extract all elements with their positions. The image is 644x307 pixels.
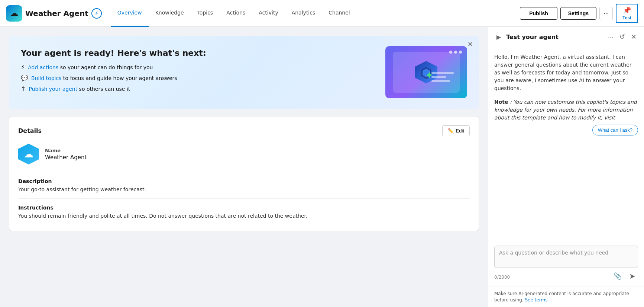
build-topics-link[interactable]: Build topics: [31, 75, 61, 81]
edit-button[interactable]: ✏️ Edit: [442, 125, 470, 136]
app-header: ☁️ Weather Agent ⚡ Overview Knowledge To…: [0, 0, 644, 27]
quick-reply-area: What can I ask?: [494, 125, 638, 135]
ai-disclaimer: Make sure AI-generated content is accura…: [488, 287, 644, 307]
description-value: Your go-to assistant for getting weather…: [18, 186, 470, 192]
agent-title-area: Weather Agent ⚡: [25, 8, 102, 19]
banner-item-actions: ⚡ Add actions so your agent can do thing…: [21, 64, 378, 71]
details-header: Details ✏️ Edit: [18, 125, 470, 136]
send-button[interactable]: ➤: [626, 270, 638, 282]
pin-icon: 📌: [623, 6, 631, 15]
banner-item-topics: 💬 Build topics to focus and guide how yo…: [21, 74, 378, 81]
tab-actions[interactable]: Actions: [220, 0, 252, 27]
agent-name-row: ☁️ Name Weather Agent: [18, 144, 470, 164]
details-card: Details ✏️ Edit ☁️ Name Weather Agent De…: [9, 116, 479, 231]
upload-icon: ↑: [21, 85, 26, 92]
attach-button[interactable]: 📎: [614, 270, 622, 282]
lines-decoration: [431, 72, 454, 82]
panel-header: ▶ Test your agent ··· ↺ ✕: [488, 27, 644, 47]
settings-button[interactable]: Settings: [560, 7, 596, 20]
lightning-icon: ⚡: [21, 64, 25, 71]
left-content: ✕ Your agent is ready! Here's what's nex…: [0, 27, 488, 307]
banner-title: Your agent is ready! Here's what's next:: [21, 48, 378, 58]
banner-content: Your agent is ready! Here's what's next:…: [21, 48, 378, 96]
see-terms-link[interactable]: See terms: [525, 297, 548, 303]
tab-activity[interactable]: Activity: [252, 0, 285, 27]
tab-analytics[interactable]: Analytics: [285, 0, 322, 27]
line-1: [431, 72, 454, 74]
agent-avatar: ☁️: [18, 144, 39, 164]
agent-name-info: Name Weather Agent: [45, 148, 87, 161]
nav-tabs: Overview Knowledge Topics Actions Activi…: [111, 0, 517, 27]
publish-agent-link[interactable]: Publish your agent: [29, 86, 77, 92]
agent-logo-icon: ☁️: [6, 5, 22, 22]
test-panel: ▶ Test your agent ··· ↺ ✕ Hello, I'm Wea…: [488, 27, 644, 307]
chat-input-footer: 0/2000 📎 ➤: [494, 270, 638, 282]
edit-icon: ✏️: [448, 128, 454, 134]
tab-channel[interactable]: Channel: [322, 0, 356, 27]
instructions-label: Instructions: [18, 205, 470, 211]
divider-1: [18, 172, 470, 172]
tab-overview[interactable]: Overview: [111, 0, 149, 27]
panel-close-button[interactable]: ✕: [630, 32, 638, 42]
chat-input-icons: 📎 ➤: [614, 270, 638, 282]
panel-actions: ··· ↺ ✕: [606, 32, 638, 42]
greeting-text: Hello, I'm Weather Agent, a virtual assi…: [494, 54, 632, 91]
char-count: 0/2000: [494, 275, 510, 280]
illustration-inner: ✦: [393, 52, 460, 93]
chat-input-box[interactable]: Ask a question or describe what you need: [494, 246, 638, 268]
note-label: Note: [494, 99, 508, 105]
banner-illustration: ✦: [385, 46, 467, 98]
details-title: Details: [18, 127, 42, 134]
banner-close-button[interactable]: ✕: [467, 41, 473, 48]
chat-note: Note : You can now customize this copilo…: [494, 98, 638, 122]
instructions-value: You should remain friendly and polite at…: [18, 213, 470, 219]
banner-item-publish: ↑ Publish your agent so others can use i…: [21, 85, 378, 92]
agent-badge-icon[interactable]: ⚡: [91, 8, 102, 19]
divider-2: [18, 198, 470, 199]
chat-greeting: Hello, I'm Weather Agent, a virtual assi…: [494, 53, 638, 92]
chat-icon: 💬: [21, 74, 28, 81]
chat-input-area: Ask a question or describe what you need…: [488, 241, 644, 287]
publish-button[interactable]: Publish: [520, 7, 557, 20]
chat-input-placeholder: Ask a question or describe what you need: [499, 250, 633, 256]
panel-refresh-button[interactable]: ↺: [618, 32, 627, 42]
test-button[interactable]: 📌 Test: [616, 4, 638, 23]
panel-expand-button[interactable]: ▶: [494, 32, 503, 41]
more-options-button[interactable]: ···: [599, 7, 613, 20]
agent-title: Weather Agent: [25, 9, 88, 18]
line-3: [431, 80, 450, 82]
panel-more-button[interactable]: ···: [606, 32, 615, 42]
banner-card: ✕ Your agent is ready! Here's what's nex…: [9, 36, 479, 109]
note-text: : You can now customize this copilot's t…: [494, 99, 637, 121]
name-label: Name: [45, 148, 87, 153]
disclaimer-text: Make sure AI-generated content is accura…: [494, 291, 629, 303]
description-label: Description: [18, 178, 470, 184]
line-2: [431, 76, 446, 78]
chat-messages: Hello, I'm Weather Agent, a virtual assi…: [488, 47, 644, 241]
header-actions: Publish Settings ··· 📌 Test: [520, 4, 638, 23]
quick-reply-button[interactable]: What can I ask?: [592, 125, 638, 135]
add-actions-link[interactable]: Add actions: [28, 64, 58, 70]
tab-topics[interactable]: Topics: [191, 0, 220, 27]
tab-knowledge[interactable]: Knowledge: [149, 0, 191, 27]
panel-title: Test your agent: [506, 33, 603, 41]
name-value: Weather Agent: [45, 154, 87, 161]
main-layout: ✕ Your agent is ready! Here's what's nex…: [0, 27, 644, 307]
